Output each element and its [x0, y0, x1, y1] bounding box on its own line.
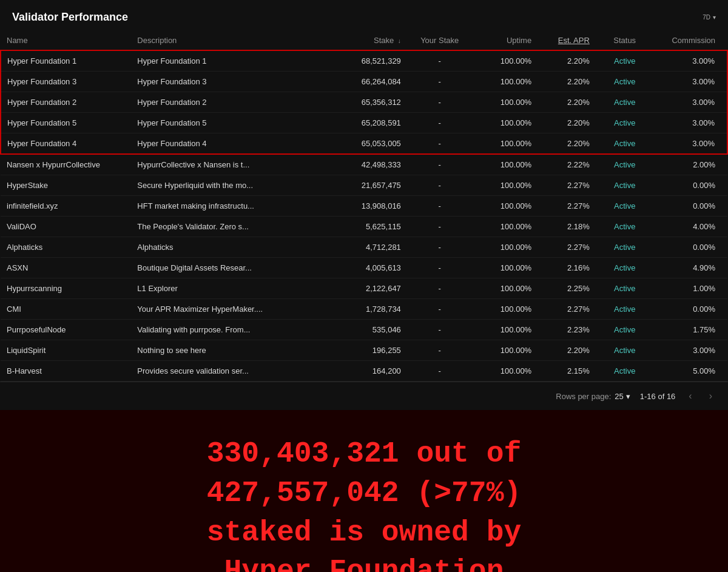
col-header-estapr[interactable]: Est. APR: [538, 31, 596, 50]
cell-stake: 4,005,613: [327, 258, 407, 278]
col-header-uptime: Uptime: [473, 31, 538, 50]
col-header-status: Status: [596, 31, 654, 50]
time-filter-value: 7D: [703, 14, 710, 21]
status-badge: Active: [614, 160, 635, 169]
table-row[interactable]: LiquidSpirit Nothing to see here 196,255…: [1, 340, 727, 361]
table-row[interactable]: HyperStake Secure Hyperliquid with the m…: [1, 175, 727, 196]
cell-uptime: 100.00%: [473, 50, 538, 72]
cell-name: B-Harvest: [1, 361, 131, 382]
cell-yourstake: -: [407, 258, 473, 278]
cell-uptime: 100.00%: [473, 361, 538, 382]
table-row[interactable]: B-Harvest Provides secure validation ser…: [1, 361, 727, 382]
cell-description: Hyper Foundation 4: [131, 133, 327, 155]
cell-stake: 164,200: [327, 361, 407, 382]
table-row[interactable]: Alphaticks Alphaticks 4,712,281 - 100.00…: [1, 237, 727, 258]
table-row[interactable]: infinitefield.xyz HFT market making infr…: [1, 196, 727, 217]
cell-estapr: 2.20%: [538, 92, 596, 113]
table-header-row: Name Description Stake ↓ Your Stake Upti…: [1, 31, 727, 50]
cell-yourstake: -: [407, 113, 473, 133]
col-header-name[interactable]: Name: [1, 31, 131, 50]
table-row[interactable]: Hypurrscanning L1 Explorer 2,122,647 - 1…: [1, 278, 727, 299]
cell-status: Active: [596, 258, 654, 278]
prev-page-button[interactable]: ‹: [685, 389, 695, 403]
cell-commission: 3.00%: [654, 340, 727, 361]
status-badge: Active: [614, 305, 635, 314]
cell-uptime: 100.00%: [473, 72, 538, 92]
cell-stake: 4,712,281: [327, 237, 407, 258]
cell-status: Active: [596, 92, 654, 113]
col-header-stake[interactable]: Stake ↓: [327, 31, 407, 50]
cell-estapr: 2.23%: [538, 320, 596, 340]
cell-commission: 4.90%: [654, 258, 727, 278]
validator-performance-section: Validator Performance 7D ▾ Name Descript…: [0, 0, 728, 410]
status-badge: Active: [614, 243, 635, 252]
cell-estapr: 2.20%: [538, 72, 596, 92]
status-badge: Active: [614, 118, 635, 127]
table-row[interactable]: Hyper Foundation 1 Hyper Foundation 1 68…: [1, 50, 727, 72]
cell-stake: 65,053,005: [327, 133, 407, 155]
cell-yourstake: -: [407, 361, 473, 382]
time-filter-button[interactable]: 7D ▾: [703, 14, 716, 21]
table-row[interactable]: ValiDAO The People's Validator. Zero s..…: [1, 217, 727, 237]
cell-status: Active: [596, 113, 654, 133]
status-badge: Active: [614, 325, 635, 334]
next-page-button[interactable]: ›: [706, 389, 716, 403]
status-badge: Active: [614, 98, 635, 107]
cell-yourstake: -: [407, 72, 473, 92]
cell-yourstake: -: [407, 154, 473, 175]
cell-stake: 13,908,016: [327, 196, 407, 217]
status-badge: Active: [614, 181, 635, 190]
cell-estapr: 2.27%: [538, 237, 596, 258]
table-row[interactable]: CMI Your APR Maximizer HyperMaker.... 1,…: [1, 299, 727, 320]
rows-per-page-select[interactable]: 25 ▾: [615, 392, 630, 401]
time-filter-chevron: ▾: [713, 14, 716, 21]
page-range: 1-16 of 16: [640, 392, 676, 401]
table-row[interactable]: Hyper Foundation 3 Hyper Foundation 3 66…: [1, 72, 727, 92]
cell-stake: 66,264,084: [327, 72, 407, 92]
cell-status: Active: [596, 320, 654, 340]
cell-name: Alphaticks: [1, 237, 131, 258]
cell-estapr: 2.22%: [538, 154, 596, 175]
cell-stake: 2,122,647: [327, 278, 407, 299]
cell-description: Provides secure validation ser...: [131, 361, 327, 382]
cell-estapr: 2.16%: [538, 258, 596, 278]
cell-name: ASXN: [1, 258, 131, 278]
cell-description: Hyper Foundation 2: [131, 92, 327, 113]
col-header-yourstake: Your Stake: [407, 31, 473, 50]
cell-commission: 3.00%: [654, 50, 727, 72]
cell-yourstake: -: [407, 196, 473, 217]
col-header-description: Description: [131, 31, 327, 50]
header-row: Validator Performance 7D ▾: [0, 0, 728, 31]
table-row[interactable]: PurrposefulNode Validating with purrpose…: [1, 320, 727, 340]
cell-status: Active: [596, 340, 654, 361]
cell-name: Nansen x HypurrCollective: [1, 154, 131, 175]
table-row[interactable]: Hyper Foundation 4 Hyper Foundation 4 65…: [1, 133, 727, 155]
pagination-row: Rows per page: 25 ▾ 1-16 of 16 ‹ ›: [0, 382, 728, 410]
cell-name: Hyper Foundation 4: [1, 133, 131, 155]
cell-description: Hyper Foundation 3: [131, 72, 327, 92]
cell-name: PurrposefulNode: [1, 320, 131, 340]
cell-status: Active: [596, 299, 654, 320]
cell-commission: 5.00%: [654, 361, 727, 382]
cell-name: Hyper Foundation 2: [1, 92, 131, 113]
cell-uptime: 100.00%: [473, 196, 538, 217]
cell-estapr: 2.27%: [538, 175, 596, 196]
cell-yourstake: -: [407, 340, 473, 361]
cell-description: Your APR Maximizer HyperMaker....: [131, 299, 327, 320]
cell-stake: 1,728,734: [327, 299, 407, 320]
cell-stake: 5,625,115: [327, 217, 407, 237]
rows-per-page: Rows per page: 25 ▾: [556, 392, 630, 401]
table-row[interactable]: Hyper Foundation 5 Hyper Foundation 5 65…: [1, 113, 727, 133]
cell-status: Active: [596, 133, 654, 155]
cell-description: Validating with purrpose. From...: [131, 320, 327, 340]
cell-stake: 535,046: [327, 320, 407, 340]
cell-status: Active: [596, 154, 654, 175]
cell-status: Active: [596, 175, 654, 196]
table-row[interactable]: Hyper Foundation 2 Hyper Foundation 2 65…: [1, 92, 727, 113]
table-row[interactable]: Nansen x HypurrCollective HypurrCollecti…: [1, 154, 727, 175]
cell-commission: 0.00%: [654, 175, 727, 196]
status-badge: Active: [614, 56, 635, 66]
cell-uptime: 100.00%: [473, 258, 538, 278]
table-row[interactable]: ASXN Boutique Digital Assets Resear... 4…: [1, 258, 727, 278]
cell-description: The People's Validator. Zero s...: [131, 217, 327, 237]
